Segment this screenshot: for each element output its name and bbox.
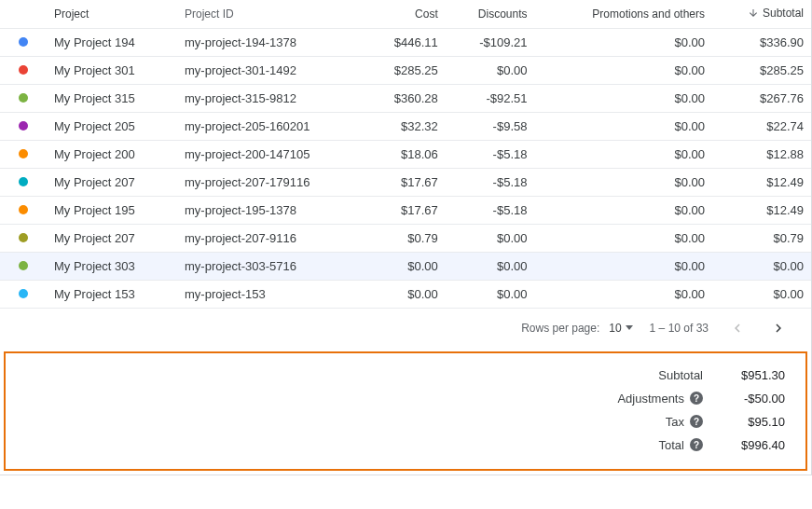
color-dot bbox=[19, 37, 28, 47]
cell-project-id: my-project-303-5716 bbox=[177, 252, 364, 280]
cell-project-id: my-project-207-179116 bbox=[177, 168, 364, 196]
cell-project-id: my-project-195-1378 bbox=[177, 196, 364, 224]
prev-page-button[interactable] bbox=[725, 316, 750, 340]
header-discounts[interactable]: Discounts bbox=[446, 0, 535, 28]
cell-discounts: -$109.21 bbox=[446, 28, 535, 56]
color-dot bbox=[19, 233, 28, 242]
cell-discounts: $0.00 bbox=[446, 280, 535, 308]
summary-total-value: $996.40 bbox=[720, 438, 785, 452]
cell-discounts: -$9.58 bbox=[446, 112, 535, 140]
cell-project: My Project 315 bbox=[47, 84, 177, 112]
table-row[interactable]: My Project 205my-project-205-160201$32.3… bbox=[0, 112, 811, 140]
chevron-left-icon bbox=[729, 320, 746, 337]
cell-cost: $32.32 bbox=[364, 112, 446, 140]
color-dot bbox=[19, 261, 28, 270]
cell-cost: $0.79 bbox=[364, 224, 446, 252]
help-icon[interactable]: ? bbox=[690, 392, 703, 405]
table-row[interactable]: My Project 153my-project-153$0.00$0.00$0… bbox=[0, 280, 811, 308]
summary-subtotal-value: $951.30 bbox=[720, 368, 785, 382]
chevron-right-icon bbox=[770, 320, 787, 337]
help-icon[interactable]: ? bbox=[690, 438, 703, 451]
summary-tax-label: Tax? bbox=[617, 415, 703, 429]
cell-promotions: $0.00 bbox=[534, 196, 712, 224]
cell-discounts: $0.00 bbox=[446, 56, 535, 84]
header-project[interactable]: Project bbox=[47, 0, 177, 28]
color-dot bbox=[19, 289, 28, 298]
cell-project: My Project 207 bbox=[47, 168, 177, 196]
cell-project: My Project 200 bbox=[47, 140, 177, 168]
cell-subtotal: $0.00 bbox=[712, 252, 811, 280]
cell-discounts: -$5.18 bbox=[446, 140, 535, 168]
cell-project-id: my-project-207-9116 bbox=[177, 224, 364, 252]
cell-cost: $17.67 bbox=[364, 168, 446, 196]
header-subtotal[interactable]: Subtotal bbox=[712, 0, 811, 28]
table-row[interactable]: My Project 194my-project-194-1378$446.11… bbox=[0, 28, 811, 56]
cell-promotions: $0.00 bbox=[534, 168, 712, 196]
page-range: 1 – 10 of 33 bbox=[650, 322, 709, 335]
cell-project-id: my-project-153 bbox=[177, 280, 364, 308]
cell-cost: $285.25 bbox=[364, 56, 446, 84]
table-row[interactable]: My Project 303my-project-303-5716$0.00$0… bbox=[0, 252, 811, 280]
cell-promotions: $0.00 bbox=[534, 112, 712, 140]
table-row[interactable]: My Project 200my-project-200-147105$18.0… bbox=[0, 140, 811, 168]
cell-subtotal: $22.74 bbox=[712, 112, 811, 140]
projects-table: Project Project ID Cost Discounts Promot… bbox=[0, 0, 811, 309]
summary-total-label: Total? bbox=[617, 438, 703, 452]
cell-project-id: my-project-194-1378 bbox=[177, 28, 364, 56]
cell-promotions: $0.00 bbox=[534, 84, 712, 112]
cell-project: My Project 301 bbox=[47, 56, 177, 84]
color-dot bbox=[19, 93, 28, 103]
cell-cost: $446.11 bbox=[364, 28, 446, 56]
cell-project: My Project 194 bbox=[47, 28, 177, 56]
cell-subtotal: $285.25 bbox=[712, 56, 811, 84]
summary-adjustments-value: -$50.00 bbox=[720, 392, 785, 406]
cell-project: My Project 303 bbox=[47, 252, 177, 280]
cell-cost: $0.00 bbox=[364, 252, 446, 280]
cell-subtotal: $12.49 bbox=[712, 168, 811, 196]
arrow-down-icon bbox=[748, 7, 759, 19]
table-row[interactable]: My Project 207my-project-207-179116$17.6… bbox=[0, 168, 811, 196]
summary-adjustments-label: Adjustments? bbox=[617, 392, 703, 406]
color-dot bbox=[19, 149, 28, 158]
header-color bbox=[0, 0, 47, 28]
cell-promotions: $0.00 bbox=[534, 252, 712, 280]
table-row[interactable]: My Project 301my-project-301-1492$285.25… bbox=[0, 56, 811, 84]
cell-cost: $0.00 bbox=[364, 280, 446, 308]
cell-project-id: my-project-200-147105 bbox=[177, 140, 364, 168]
table-row[interactable]: My Project 195my-project-195-1378$17.67-… bbox=[0, 196, 811, 224]
cell-cost: $17.67 bbox=[364, 196, 446, 224]
cell-cost: $18.06 bbox=[364, 140, 446, 168]
color-dot bbox=[19, 121, 28, 131]
cell-discounts: -$92.51 bbox=[446, 84, 535, 112]
cell-project: My Project 207 bbox=[47, 224, 177, 252]
cell-subtotal: $12.49 bbox=[712, 196, 811, 224]
cell-promotions: $0.00 bbox=[534, 280, 712, 308]
summary-subtotal-label: Subtotal bbox=[617, 368, 703, 382]
cell-promotions: $0.00 bbox=[534, 140, 712, 168]
header-cost[interactable]: Cost bbox=[364, 0, 446, 28]
cell-discounts: $0.00 bbox=[446, 224, 535, 252]
table-row[interactable]: My Project 315my-project-315-9812$360.28… bbox=[0, 84, 811, 112]
cell-discounts: -$5.18 bbox=[446, 196, 535, 224]
header-project-id[interactable]: Project ID bbox=[177, 0, 364, 28]
cell-subtotal: $0.00 bbox=[712, 280, 811, 308]
cell-subtotal: $0.79 bbox=[712, 224, 811, 252]
help-icon[interactable]: ? bbox=[690, 415, 703, 428]
rows-per-page-select[interactable]: 10 bbox=[609, 322, 632, 335]
cell-subtotal: $12.88 bbox=[712, 140, 811, 168]
cell-project-id: my-project-315-9812 bbox=[177, 84, 364, 112]
table-row[interactable]: My Project 207my-project-207-9116$0.79$0… bbox=[0, 224, 811, 252]
cell-project: My Project 205 bbox=[47, 112, 177, 140]
cell-promotions: $0.00 bbox=[534, 56, 712, 84]
color-dot bbox=[19, 65, 28, 75]
cell-discounts: -$5.18 bbox=[446, 168, 535, 196]
cell-subtotal: $267.76 bbox=[712, 84, 811, 112]
header-promotions[interactable]: Promotions and others bbox=[534, 0, 712, 28]
cell-discounts: $0.00 bbox=[446, 252, 535, 280]
summary-tax-value: $95.10 bbox=[720, 415, 785, 429]
next-page-button[interactable] bbox=[766, 316, 791, 340]
cell-promotions: $0.00 bbox=[534, 224, 712, 252]
color-dot bbox=[19, 205, 28, 214]
cell-project-id: my-project-301-1492 bbox=[177, 56, 364, 84]
cell-project-id: my-project-205-160201 bbox=[177, 112, 364, 140]
